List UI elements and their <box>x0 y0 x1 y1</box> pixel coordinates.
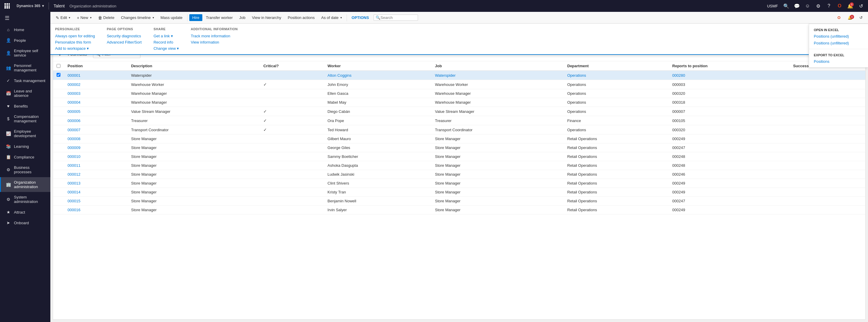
ribbon-get-link[interactable]: Get a link ▾ <box>153 34 179 38</box>
options-button[interactable]: OPTIONS <box>349 14 372 21</box>
ribbon-advanced-filter-link[interactable]: Advanced Filter/Sort <box>107 40 142 44</box>
row-checkbox-cell <box>53 116 64 125</box>
mass-update-button[interactable]: Mass update <box>158 14 185 21</box>
col-worker: Worker <box>324 61 432 71</box>
table-row[interactable]: 000013Store ManagerClint ShiversStore Ma… <box>53 179 865 188</box>
table-row[interactable]: 000008Store ManagerGilbert MauroStore Ma… <box>53 134 865 143</box>
ribbon-record-info-link[interactable]: Record info <box>153 40 179 44</box>
worker-cell[interactable]: Alton Coggins <box>324 71 432 80</box>
sidebar-toggle-button[interactable]: ☰ <box>0 12 50 24</box>
edit-button[interactable]: ✎ Edit ▾ <box>53 14 73 21</box>
table-row[interactable]: 000001WaterspiderAlton CogginsWaterspide… <box>53 71 865 80</box>
user-face-icon-btn[interactable]: ☺ <box>803 1 812 11</box>
toolbar-search-input[interactable] <box>380 15 416 20</box>
search-icon-btn[interactable]: 🔍 <box>781 1 791 11</box>
context-menu-positions-unfiltered-2[interactable]: Positions (unfiltered) <box>809 40 868 46</box>
sidebar-item-organization-administration[interactable]: 🏢 Organization administration <box>0 177 50 192</box>
sidebar-item-people[interactable]: 👤 People <box>0 35 50 45</box>
position-cell[interactable]: 000004 <box>64 98 127 107</box>
table-row[interactable]: 000006Treasurer✓Ora PopeTreasurerFinance… <box>53 116 865 125</box>
transfer-worker-button[interactable]: Transfer worker <box>203 14 236 21</box>
table-row[interactable]: 000011Store ManagerAshoka DasguptaStore … <box>53 161 865 170</box>
view-in-hierarchy-button[interactable]: View in hierarchy <box>249 14 284 21</box>
job-button[interactable]: Job <box>236 14 248 21</box>
select-all-checkbox[interactable] <box>57 64 60 68</box>
sidebar-item-onboard[interactable]: ➤ Onboard <box>0 218 50 228</box>
position-cell[interactable]: 000002 <box>64 80 127 89</box>
table-row[interactable]: 000015Store ManagerBenjamin NowellStore … <box>53 197 865 205</box>
ribbon-personalize-form-link[interactable]: Personalize this form <box>55 40 95 44</box>
sidebar-item-business-processes[interactable]: ⚙ Business processes <box>0 162 50 177</box>
sidebar-item-compliance[interactable]: 📋 Compliance <box>0 152 50 162</box>
position-cell[interactable]: 000016 <box>64 205 127 215</box>
table-row[interactable]: 000002Warehouse Worker✓John EmoryWarehou… <box>53 80 865 89</box>
hire-button[interactable]: Hire <box>189 14 202 21</box>
position-cell[interactable]: 000013 <box>64 179 127 188</box>
position-cell[interactable]: 000006 <box>64 116 127 125</box>
ribbon-security-diagnostics-link[interactable]: Security diagnostics <box>107 34 142 38</box>
critical-cell <box>260 161 324 170</box>
sidebar-item-benefits[interactable]: ♥ Benefits <box>0 101 50 111</box>
job-cell[interactable]: Waterspider <box>431 71 563 80</box>
table-row[interactable]: 000012Store ManagerLudwik JasinskiStore … <box>53 170 865 179</box>
brand-dropdown-arrow[interactable]: ▾ <box>42 4 44 8</box>
sidebar-item-leave-and-absence[interactable]: 📅 Leave and absence <box>0 86 50 101</box>
ribbon-change-view-link[interactable]: Change view ▾ <box>153 46 179 51</box>
department-cell[interactable]: Operations <box>564 71 669 80</box>
ribbon-view-information-link[interactable]: View information <box>191 40 238 44</box>
position-actions-button[interactable]: Position actions <box>285 14 317 21</box>
notifications-toolbar-btn[interactable]: 🔔 0 <box>845 14 855 21</box>
waffle-menu-button[interactable] <box>2 1 12 11</box>
position-cell[interactable]: 000003 <box>64 89 127 98</box>
sidebar-item-learning[interactable]: 📚 Learning <box>0 141 50 152</box>
table-row[interactable]: 000003Warehouse ManagerEllen GascaWareho… <box>53 89 865 98</box>
table-row[interactable]: 000016Store ManagerIrvin SalyerStore Man… <box>53 205 865 215</box>
office-icon-btn[interactable]: O <box>835 1 844 11</box>
position-cell[interactable]: 000012 <box>64 170 127 179</box>
ribbon-always-open-link[interactable]: Always open for editing <box>55 34 95 38</box>
successor-cell <box>789 152 865 161</box>
table-row[interactable]: 000004Warehouse ManagerMabel MayWarehous… <box>53 98 865 107</box>
context-menu-positions-export[interactable]: Positions <box>809 58 868 65</box>
sidebar-item-compensation-management[interactable]: $ Compensation management <box>0 111 50 126</box>
table-row[interactable]: 000009Store ManagerGeorge GilesStore Man… <box>53 143 865 152</box>
position-cell[interactable]: 000005 <box>64 107 127 116</box>
table-row[interactable]: 000005Value Stream Manager✓Diego CabánVa… <box>53 107 865 116</box>
position-cell[interactable]: 000008 <box>64 134 127 143</box>
table-row[interactable]: 000010Store ManagerSammy BoettcherStore … <box>53 152 865 161</box>
position-cell[interactable]: 000014 <box>64 188 127 197</box>
table-row[interactable]: 000007Transport Coordinator✓Ted HowardTr… <box>53 125 865 134</box>
position-cell[interactable]: 000007 <box>64 125 127 134</box>
position-cell[interactable]: 000009 <box>64 143 127 152</box>
sidebar-item-employee-self-service[interactable]: 👤 Employee self service <box>0 45 50 60</box>
toolbar-refresh-btn[interactable]: ↺ <box>857 14 866 21</box>
table-row[interactable]: 000014Store ManagerKristy TranStore Mana… <box>53 188 865 197</box>
sidebar-item-system-administration[interactable]: ⚙ System administration <box>0 192 50 207</box>
onboard-icon: ➤ <box>6 220 11 225</box>
brand-logo[interactable]: Dynamics 365 ▾ <box>14 4 46 8</box>
row-checkbox[interactable] <box>57 73 60 77</box>
sidebar-item-attract[interactable]: ★ Attract <box>0 207 50 218</box>
position-cell[interactable]: 000011 <box>64 161 127 170</box>
chat-icon-btn[interactable]: 💬 <box>792 1 802 11</box>
as-of-date-button[interactable]: As of date ▾ <box>318 14 345 21</box>
sidebar-item-personnel-management[interactable]: 👥 Personnel management <box>0 60 50 75</box>
ribbon-add-workspace-link[interactable]: Add to workspace ▾ <box>55 46 95 51</box>
settings-icon-btn[interactable]: ⚙ <box>813 1 823 11</box>
new-button[interactable]: + New ▾ <box>74 14 94 21</box>
changes-timeline-button[interactable]: Changes timeline ▾ <box>118 14 157 21</box>
sidebar-item-home[interactable]: ⌂ Home <box>0 24 50 35</box>
position-cell[interactable]: 000010 <box>64 152 127 161</box>
sidebar-item-task-management[interactable]: ✓ Task management <box>0 75 50 86</box>
delete-button[interactable]: 🗑 Delete <box>95 14 118 21</box>
position-cell[interactable]: 000001 <box>64 71 127 80</box>
sidebar-item-employee-development[interactable]: 📈 Employee development <box>0 126 50 141</box>
help-icon-btn[interactable]: ? <box>824 1 834 11</box>
position-cell[interactable]: 000015 <box>64 197 127 205</box>
reports-to-position-cell[interactable]: 000280 <box>669 71 789 80</box>
microsoft-icon-btn[interactable]: O <box>835 14 843 21</box>
ribbon-track-more-link[interactable]: Track more information <box>191 34 238 38</box>
refresh-icon-btn[interactable]: ↺ <box>856 1 866 11</box>
context-menu-positions-unfiltered-1[interactable]: Positions (unfiltered) <box>809 33 868 40</box>
notifications-icon-btn[interactable]: 🔔 0 <box>845 1 855 11</box>
